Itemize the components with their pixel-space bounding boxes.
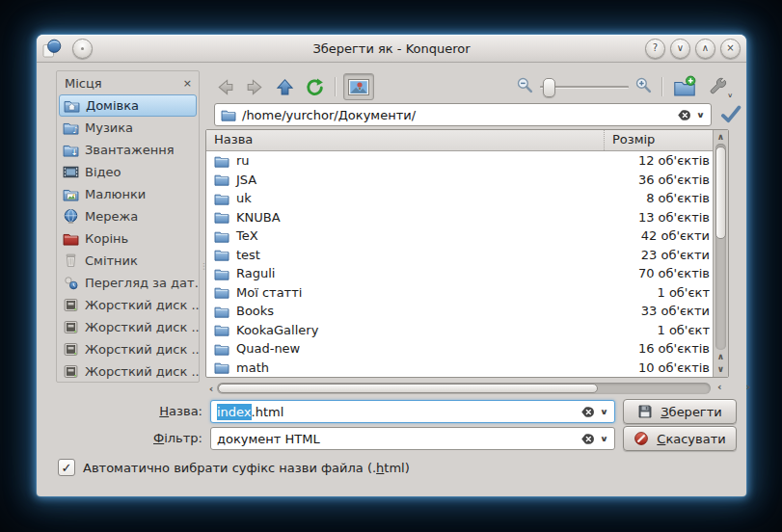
file-name: math bbox=[236, 360, 638, 375]
folder-icon bbox=[214, 266, 229, 281]
forward-button[interactable] bbox=[242, 74, 267, 99]
scroll-right-icon[interactable]: › bbox=[745, 381, 750, 395]
folder-icon bbox=[214, 247, 229, 262]
horizontal-scrollbar[interactable]: ‹ bbox=[205, 382, 711, 395]
places-close-icon[interactable]: × bbox=[183, 77, 192, 90]
preview-toggle-button[interactable] bbox=[343, 73, 374, 100]
sidebar-item-hard-disk-4[interactable]: Жорсткий диск ... bbox=[59, 360, 197, 383]
zoom-slider[interactable] bbox=[538, 77, 631, 96]
column-header-name[interactable]: Назва bbox=[214, 132, 253, 146]
sidebar-item-label: Корінь bbox=[85, 231, 128, 246]
file-name: JSA bbox=[236, 173, 638, 187]
sidebar-item-downloads[interactable]: ↓ Звантаження bbox=[59, 139, 197, 161]
file-size: 42 об'єкти bbox=[641, 228, 710, 243]
file-size: 70 об'єктів bbox=[638, 266, 710, 280]
vertical-scrollbar[interactable]: ∧ ∧ ∨ bbox=[713, 130, 728, 377]
toolbar-separator bbox=[335, 77, 337, 96]
konqueror-app-icon bbox=[42, 39, 62, 58]
scroll-down-icon[interactable]: ∨ bbox=[714, 363, 728, 376]
scroll-left-icon[interactable]: ‹ bbox=[717, 381, 722, 395]
auto-suffix-checkbox[interactable]: ✓ Автоматично вибрати суфікс назви файла… bbox=[58, 459, 410, 476]
sidebar-item-video[interactable]: Відео bbox=[59, 161, 197, 183]
up-icon bbox=[275, 77, 295, 97]
file-name: uk bbox=[236, 191, 646, 205]
reload-button[interactable] bbox=[302, 74, 327, 99]
file-row[interactable]: JSA36 об'єктів bbox=[206, 171, 715, 190]
file-list: Назва Розмір ru12 об'єктів JSA36 об'єкті… bbox=[205, 129, 729, 378]
clear-filter-icon[interactable] bbox=[580, 432, 595, 446]
file-row[interactable]: TeX42 об'єкти bbox=[206, 226, 715, 246]
file-row[interactable]: KookaGallery1 об'єкт bbox=[206, 321, 715, 340]
new-folder-button[interactable] bbox=[672, 74, 697, 99]
file-name: test bbox=[236, 248, 641, 262]
file-name: TeX bbox=[236, 228, 641, 243]
root-folder-icon bbox=[63, 230, 79, 247]
sidebar-item-network[interactable]: Мережа bbox=[59, 205, 197, 227]
titlebar[interactable]: Зберегти як - Konqueror ? ∨ ∧ × bbox=[37, 35, 746, 63]
sidebar-item-root[interactable]: Корінь bbox=[59, 227, 197, 250]
sidebar-item-hard-disk-3[interactable]: Жорсткий диск ... bbox=[59, 338, 197, 360]
sidebar-item-label: Жорсткий диск ... bbox=[85, 320, 200, 334]
clear-location-icon[interactable] bbox=[677, 108, 691, 122]
date-view-icon bbox=[63, 275, 79, 291]
up-button[interactable] bbox=[272, 74, 297, 99]
sidebar-item-trash[interactable]: Смітник bbox=[59, 250, 197, 272]
zoom-out-button[interactable] bbox=[516, 76, 534, 98]
filename-input[interactable]: index.html ∨ bbox=[210, 400, 615, 423]
column-header-size[interactable]: Розмір bbox=[604, 130, 715, 150]
filename-label: Назва: bbox=[94, 404, 202, 418]
file-row[interactable]: uk8 об'єктів bbox=[206, 189, 715, 208]
slider-handle[interactable] bbox=[543, 78, 555, 97]
close-button[interactable]: × bbox=[720, 39, 741, 59]
checkbox-check-icon[interactable]: ✓ bbox=[58, 459, 75, 476]
minimize-button[interactable]: ∨ bbox=[670, 39, 690, 59]
scroll-left-icon[interactable]: ‹ bbox=[205, 383, 217, 395]
titlebar-menu-button[interactable] bbox=[72, 39, 93, 59]
zoom-in-button[interactable] bbox=[634, 76, 653, 98]
filename-extension: .html bbox=[252, 405, 284, 419]
confirm-check-icon[interactable] bbox=[719, 102, 742, 125]
sidebar-item-date-view[interactable]: Перегляд за дат... bbox=[59, 272, 197, 294]
filter-dropdown-icon[interactable]: ∨ bbox=[600, 435, 608, 442]
filename-dropdown-icon[interactable]: ∨ bbox=[600, 408, 608, 415]
save-button-label: Зберегти bbox=[661, 405, 721, 419]
back-button[interactable] bbox=[212, 74, 237, 99]
file-row[interactable]: test23 об'єкти bbox=[206, 246, 715, 265]
list-header: Назва Розмір bbox=[206, 130, 715, 151]
hscroll-steppers[interactable]: ‹ › bbox=[715, 381, 752, 395]
folder-icon bbox=[214, 359, 229, 375]
sidebar-item-images[interactable]: Малюнки bbox=[59, 183, 197, 205]
sidebar-item-hard-disk-1[interactable]: Жорсткий диск ... bbox=[59, 294, 197, 316]
settings-button[interactable]: ∨ bbox=[706, 74, 731, 99]
clear-filename-icon[interactable] bbox=[580, 405, 595, 419]
scrollbar-thumb[interactable] bbox=[715, 146, 726, 239]
menu-dot-icon bbox=[81, 47, 84, 50]
file-size: 10 об'єктів bbox=[638, 360, 710, 375]
file-row[interactable]: Мої статті1 об'єкт bbox=[206, 283, 715, 303]
panel-splitter[interactable]: ··· bbox=[201, 252, 204, 280]
file-row[interactable]: Raguli70 об'єктів bbox=[206, 264, 715, 283]
location-dropdown-icon[interactable]: ∨ bbox=[696, 111, 705, 119]
cancel-button[interactable]: Скасувати bbox=[623, 426, 737, 451]
sidebar-item-label: Смітник bbox=[85, 253, 138, 268]
scroll-up-icon[interactable]: ∧ bbox=[714, 131, 728, 144]
hscrollbar-track[interactable] bbox=[217, 383, 711, 394]
scroll-up-icon[interactable]: ∧ bbox=[714, 351, 728, 363]
sidebar-item-hard-disk-2[interactable]: Жорсткий диск ... bbox=[59, 316, 197, 338]
file-row[interactable]: Books33 об'єкти bbox=[206, 302, 715, 321]
hscrollbar-thumb[interactable] bbox=[218, 384, 598, 393]
save-button[interactable]: Зберегти bbox=[623, 399, 737, 424]
folder-icon bbox=[214, 209, 229, 225]
desktop-background: Зберегти як - Konqueror ? ∨ ∧ × Місця × … bbox=[0, 0, 782, 532]
sidebar-item-music[interactable]: ♪ Музика bbox=[59, 117, 197, 139]
help-button[interactable]: ? bbox=[645, 39, 665, 59]
file-name: Мої статті bbox=[236, 285, 657, 300]
filter-combobox[interactable]: документ HTML ∨ bbox=[210, 427, 615, 450]
file-row[interactable]: KNUBA13 об'єктів bbox=[206, 208, 715, 227]
file-row[interactable]: ru12 об'єктів bbox=[206, 151, 715, 171]
maximize-button[interactable]: ∧ bbox=[695, 39, 715, 59]
sidebar-item-home[interactable]: Домівка bbox=[59, 94, 197, 117]
file-row[interactable]: Quad-new16 об'єктів bbox=[206, 339, 715, 359]
file-row[interactable]: math10 об'єктів bbox=[206, 359, 715, 378]
location-bar[interactable]: /home/yurchor/Документи/ ∨ bbox=[214, 103, 712, 126]
